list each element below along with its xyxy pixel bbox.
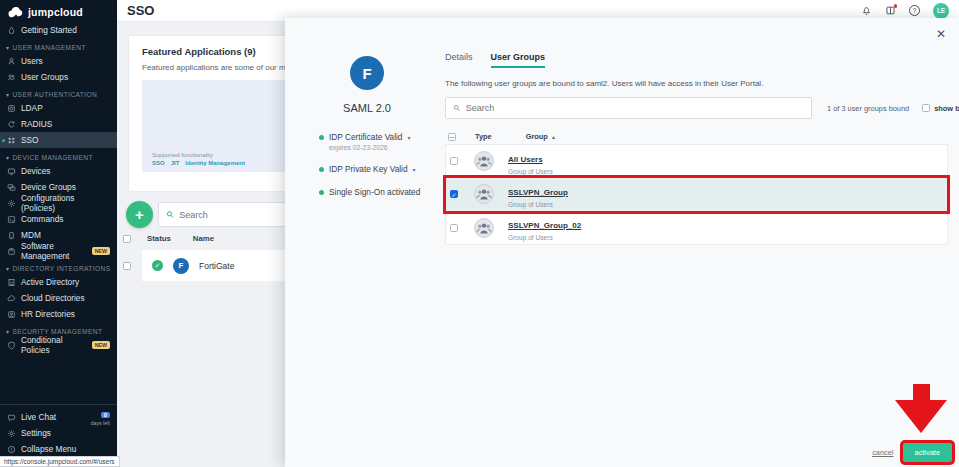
sidebar-item[interactable]: LDAP <box>0 100 117 116</box>
status-item: IDP Certificate Valid ▾ expires 02-23-20… <box>319 132 441 151</box>
sidebar-item-label: Device Groups <box>21 182 76 192</box>
green-dot-icon <box>319 190 324 195</box>
sidebar-item[interactable]: Cloud Directories <box>0 290 117 306</box>
sidebar-item[interactable]: SSO <box>0 132 117 148</box>
terminal-icon <box>7 215 16 224</box>
sidebar-item[interactable]: Users <box>0 53 117 69</box>
supported-tag[interactable]: SSO <box>152 160 165 166</box>
group-link[interactable]: SSLVPN_Group_02 <box>508 221 581 230</box>
show-bound-toggle[interactable]: show bound user group (1) <box>922 104 959 113</box>
group-checkbox[interactable] <box>450 157 458 165</box>
user-group-avatar-icon <box>474 184 494 204</box>
jumpcloud-logo[interactable]: jumpcloud <box>0 0 117 22</box>
sidebar-item[interactable]: Getting Started <box>0 22 117 38</box>
activate-button[interactable]: activate <box>903 443 952 462</box>
close-icon[interactable]: ✕ <box>936 28 946 40</box>
building-icon <box>7 278 16 287</box>
panel-tab[interactable]: User Groups <box>491 52 546 68</box>
sidebar: jumpcloud Getting Started ▾ USER MANAGEM… <box>0 0 117 467</box>
notification-dot <box>894 4 898 8</box>
chevron-down-icon[interactable]: ▾ <box>413 166 416 173</box>
user-group-avatar-icon <box>474 218 494 238</box>
sidebar-footer-item[interactable]: Live Chat 0 days left <box>0 409 117 425</box>
supported-tag[interactable]: Identity Management <box>185 160 245 166</box>
row-checkbox[interactable] <box>123 262 131 270</box>
supported-functionality-label: Supported functionality <box>152 152 245 158</box>
chevron-down-icon: ▾ <box>6 328 9 335</box>
status-active-icon: ✓ <box>152 260 163 271</box>
sidebar-footer-item[interactable]: Settings <box>0 425 117 441</box>
sidebar-item[interactable]: HR Directories <box>0 306 117 322</box>
chevron-down-icon: ▾ <box>6 265 9 272</box>
group-subtitle: Group of Users <box>508 201 568 208</box>
sidebar-section-header[interactable]: ▾ USER MANAGEMENT <box>0 38 117 53</box>
type-column-header: Type <box>475 132 492 141</box>
shield-icon <box>7 341 16 350</box>
sidebar-item-label: MDM <box>21 230 41 240</box>
sidebar-section-header[interactable]: ▾ DEVICE MANAGEMENT <box>0 148 117 163</box>
group-subtitle: Group of Users <box>508 234 581 241</box>
select-all-checkbox[interactable] <box>123 235 131 243</box>
user-groups-description: The following user groups are bound to s… <box>445 79 948 88</box>
sidebar-section-header[interactable]: ▾ DIRECTORY INTEGRATIONS <box>0 259 117 274</box>
show-bound-checkbox[interactable] <box>922 104 930 112</box>
sidebar-item[interactable]: Active Directory <box>0 274 117 290</box>
sidebar-item[interactable]: Conditional Policies NEW <box>0 337 117 353</box>
app-name[interactable]: FortiGate <box>199 261 234 271</box>
group-checkbox[interactable] <box>450 190 458 198</box>
app-avatar-large: F <box>350 56 384 90</box>
sidebar-footer-item[interactable]: Collapse Menu <box>0 441 117 457</box>
chevron-down-icon: ▾ <box>6 154 9 161</box>
sidebar-item-label: Getting Started <box>21 25 77 35</box>
supported-tag[interactable]: JIT <box>171 160 180 166</box>
sidebar-item-label: User Groups <box>21 72 68 82</box>
people-icon <box>7 73 16 82</box>
sidebar-item[interactable]: Configurations (Policies) <box>0 195 117 211</box>
add-application-button[interactable]: + <box>126 201 153 228</box>
panel-body: Details User Groups The following user g… <box>445 52 948 245</box>
grid-icon <box>7 136 16 145</box>
sidebar-item[interactable]: Devices <box>0 163 117 179</box>
days-left-badge: 0 <box>101 412 110 418</box>
sidebar-item[interactable]: RADIUS <box>0 116 117 132</box>
spark-icon <box>7 26 16 35</box>
group-row[interactable]: All Users Group of Users <box>446 145 947 178</box>
status-url-tooltip: https://console.jumpcloud.com/#/users <box>0 456 120 467</box>
collapse-icon <box>7 445 16 454</box>
ldap-icon <box>7 104 16 113</box>
status-detail: expires 02-23-2026 <box>329 144 441 151</box>
user-avatar[interactable]: LE <box>933 3 949 19</box>
status-item: IDP Private Key Valid ▾ <box>319 164 441 174</box>
application-search-input[interactable] <box>179 210 300 220</box>
chevron-down-icon: ▾ <box>6 44 9 51</box>
chevron-down-icon[interactable]: ▾ <box>407 134 410 141</box>
person-icon <box>7 57 16 66</box>
sidebar-item[interactable]: Software Management NEW <box>0 243 117 259</box>
group-column-header[interactable]: Group <box>526 132 548 141</box>
group-search-input[interactable] <box>466 103 804 113</box>
groups-table: All Users Group of Users SSLVPN_Group Gr… <box>445 144 948 245</box>
group-link[interactable]: SSLVPN_Group <box>508 188 568 197</box>
cancel-link[interactable]: cancel <box>872 448 893 457</box>
radius-icon <box>7 120 16 129</box>
sidebar-item-label: Users <box>21 56 43 66</box>
jumpcloud-cloud-icon <box>8 7 24 18</box>
group-row[interactable]: SSLVPN_Group_02 Group of Users <box>446 211 947 244</box>
help-icon[interactable]: ? <box>909 5 920 16</box>
sidebar-section-header[interactable]: ▾ USER AUTHENTICATION <box>0 85 117 100</box>
group-link[interactable]: All Users <box>508 155 543 164</box>
group-row[interactable]: SSLVPN_Group Group of Users <box>446 178 947 211</box>
sidebar-item[interactable]: Commands <box>0 211 117 227</box>
whats-new-icon[interactable] <box>885 5 896 16</box>
app-avatar: F <box>173 258 189 274</box>
sidebar-item-label: Active Directory <box>21 277 79 287</box>
sidebar-footer-label: Settings <box>21 428 51 438</box>
group-checkbox[interactable] <box>450 224 458 232</box>
sidebar-item[interactable]: User Groups <box>0 69 117 85</box>
select-all-groups-checkbox[interactable] <box>448 133 456 141</box>
sidebar-item-label: Commands <box>21 214 63 224</box>
group-search-box <box>445 97 812 119</box>
bell-icon[interactable] <box>861 5 872 16</box>
panel-tab[interactable]: Details <box>445 52 473 68</box>
green-dot-icon <box>319 167 324 172</box>
